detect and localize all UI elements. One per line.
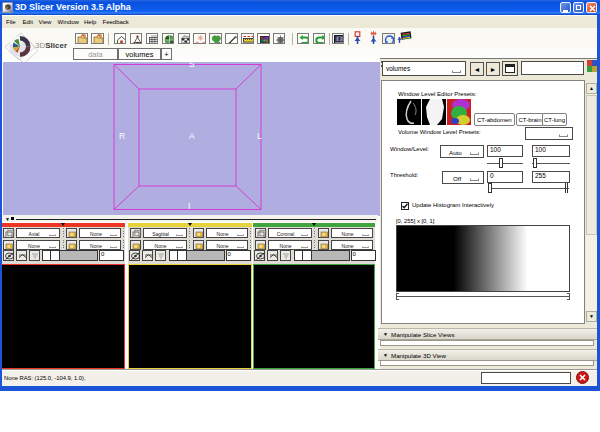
svg-text:MRML: MRML [335,41,344,44]
